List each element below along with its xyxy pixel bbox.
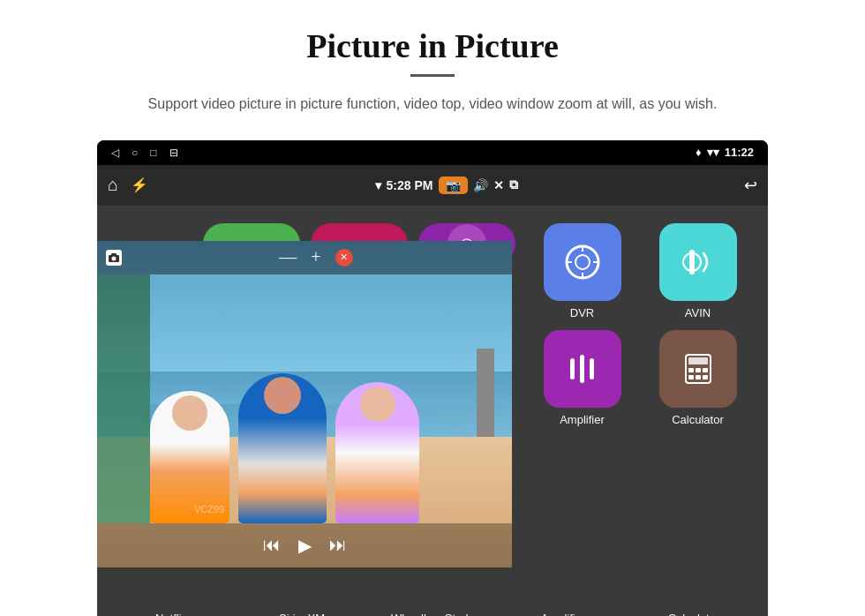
recents-nav-icon[interactable]: □: [150, 146, 156, 159]
close-icon[interactable]: ✕: [493, 178, 504, 192]
title-section: Picture in Picture Support video picture…: [0, 0, 865, 124]
subtitle: Support video picture in picture functio…: [124, 93, 741, 116]
main-content: ◉: [97, 206, 768, 594]
amplifier-icon-box: [544, 330, 621, 408]
back-icon[interactable]: ↩: [744, 176, 757, 195]
calculator-bottom-label: Calculator: [668, 612, 720, 616]
app-bar-right: ↩: [744, 176, 757, 195]
bottom-label-wheelkey: Wheelkey Study: [384, 612, 481, 616]
app-icon-avin[interactable]: AVIN: [645, 223, 750, 319]
pip-close-button[interactable]: ✕: [335, 249, 353, 267]
amplifier-bottom-label: Amplifier: [541, 612, 586, 616]
amplifier-label: Amplifier: [560, 413, 605, 426]
svg-rect-13: [688, 368, 694, 372]
status-bar-right: ♦ ▾▾ 11:22: [696, 146, 754, 159]
svg-rect-14: [696, 368, 701, 372]
pip-camera-icon: [106, 250, 122, 266]
app-icon-amplifier[interactable]: Amplifier: [530, 330, 635, 426]
pip-maximize-button[interactable]: +: [311, 247, 320, 267]
app-bar-left: ⌂ ⚡: [108, 175, 148, 195]
bottom-label-amplifier: Amplifier: [515, 612, 612, 616]
svg-rect-21: [111, 253, 117, 256]
avin-label: AVIN: [685, 306, 711, 319]
pip-video-overlay[interactable]: — + ✕ ⏮ ▶ ⏭ VCZ99: [97, 241, 512, 567]
pip-people: [97, 274, 512, 523]
app-icon-dvr[interactable]: DVR: [530, 223, 635, 319]
amplifier-icon-svg: [561, 348, 604, 390]
home-nav-icon[interactable]: ○: [132, 146, 138, 159]
pip-bottom-controls: ⏮ ▶ ⏭: [97, 523, 512, 567]
siriusxm-bottom-label: SiriusXM: [279, 612, 325, 616]
svg-point-1: [575, 255, 590, 269]
title-divider: [410, 74, 455, 77]
dvr-label: DVR: [570, 306, 594, 319]
wifi-signal-icon: ▾▾: [707, 146, 719, 159]
wifi-icon: ▾: [375, 178, 381, 192]
status-bar-left: ◁ ○ □ ⊟: [111, 146, 178, 159]
svg-rect-18: [703, 375, 708, 379]
svg-rect-9: [580, 355, 584, 383]
pip-play-button[interactable]: ▶: [298, 535, 312, 556]
volume-icon[interactable]: 🔊: [473, 178, 488, 192]
page-wrapper: Picture in Picture Support video picture…: [0, 0, 865, 616]
svg-rect-12: [688, 357, 708, 364]
pip-person2: [238, 373, 327, 523]
bottom-label-calculator: Calculator: [645, 612, 742, 616]
pip-top-controls: — + ✕: [97, 241, 512, 274]
bottom-label-siriusxm: SiriusXM: [253, 612, 350, 616]
pip-tower: [477, 349, 494, 437]
device-frame: ◁ ○ □ ⊟ ♦ ▾▾ 11:22 ⌂ ⚡ ▾ 5:28 PM 📷 🔊: [97, 140, 768, 616]
watermark: VCZ99: [194, 504, 224, 515]
camera-button[interactable]: 📷: [439, 177, 468, 194]
pip-tree-left: [97, 274, 150, 523]
back-nav-icon[interactable]: ◁: [111, 146, 119, 159]
pip-minimize-button[interactable]: —: [279, 247, 297, 267]
dvr-icon-box: [544, 223, 621, 301]
usb-icon: ⚡: [131, 177, 148, 193]
pip-head2: [264, 377, 301, 414]
pip-head1: [172, 395, 207, 431]
svg-rect-17: [696, 375, 701, 379]
app-bar-center: ▾ 5:28 PM 📷 🔊 ✕ ⧉: [148, 177, 744, 194]
pip-center-controls: — + ✕: [129, 247, 503, 267]
page-title: Picture in Picture: [35, 26, 830, 65]
svg-rect-8: [570, 358, 575, 379]
home-icon[interactable]: ⌂: [108, 175, 118, 195]
menu-nav-icon[interactable]: ⊟: [169, 146, 178, 159]
pip-head3: [360, 387, 395, 422]
svg-rect-16: [688, 375, 694, 379]
status-bar: ◁ ○ □ ⊟ ♦ ▾▾ 11:22: [97, 140, 768, 165]
pip-person3: [335, 382, 419, 523]
dvr-icon-svg: [561, 241, 604, 283]
app-bar: ⌂ ⚡ ▾ 5:28 PM 📷 🔊 ✕ ⧉ ↩: [97, 165, 768, 206]
location-icon: ♦: [696, 146, 702, 159]
avin-icon-box: [659, 223, 737, 301]
pip-icon[interactable]: ⧉: [509, 177, 518, 192]
status-time: 11:22: [725, 146, 754, 159]
svg-rect-10: [590, 358, 594, 379]
calculator-icon-box: [659, 330, 737, 408]
avin-icon-svg: [677, 241, 719, 283]
app-time: 5:28 PM: [387, 178, 433, 192]
app-icon-calculator[interactable]: Calculator: [645, 330, 750, 426]
calculator-icon-svg: [677, 348, 719, 390]
pip-prev-button[interactable]: ⏮: [263, 535, 281, 555]
wheelkey-bottom-label: Wheelkey Study: [391, 612, 474, 616]
pip-next-button[interactable]: ⏭: [329, 535, 347, 555]
right-apps-grid: DVR AVIN: [521, 214, 759, 232]
bottom-label-netflix: Netflix: [123, 612, 220, 616]
svg-point-20: [112, 256, 117, 260]
svg-rect-15: [703, 368, 708, 372]
bottom-labels-bar: Netflix SiriusXM Wheelkey Study Amplifie…: [97, 594, 768, 616]
calculator-label: Calculator: [672, 413, 724, 426]
camera-svg: [109, 253, 119, 262]
netflix-bottom-label: Netflix: [155, 612, 187, 616]
